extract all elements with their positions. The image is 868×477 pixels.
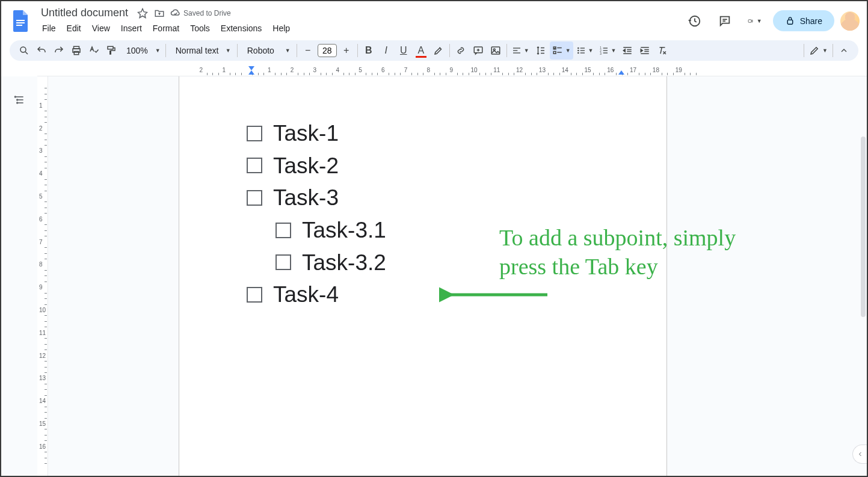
share-label: Share — [800, 16, 822, 26]
docs-logo[interactable] — [8, 9, 32, 33]
menu-edit[interactable]: Edit — [62, 21, 86, 35]
checklist-item-text[interactable]: Task-3 — [273, 182, 339, 214]
menu-help[interactable]: Help — [268, 21, 295, 35]
font-size-increase[interactable]: + — [338, 42, 355, 60]
cloud-status[interactable]: Saved to Drive — [170, 8, 231, 19]
outline-toggle-icon[interactable] — [10, 91, 28, 109]
spellcheck-button[interactable] — [85, 42, 102, 60]
separator — [506, 44, 507, 57]
paint-format-button[interactable] — [103, 42, 120, 60]
document-title[interactable]: Untitled document — [37, 6, 132, 20]
checklist-item-text[interactable]: Task-1 — [273, 117, 339, 150]
checkbox-icon[interactable] — [247, 126, 262, 141]
menu-extensions[interactable]: Extensions — [216, 21, 266, 35]
account-avatar[interactable] — [840, 11, 860, 31]
undo-button[interactable] — [33, 42, 50, 60]
font-size-decrease[interactable]: − — [300, 42, 316, 60]
svg-point-7 — [20, 47, 26, 52]
svg-point-30 — [577, 52, 579, 54]
left-indent-marker[interactable] — [248, 66, 255, 75]
separator — [804, 44, 804, 57]
star-icon[interactable] — [137, 7, 149, 19]
vertical-scrollbar[interactable] — [861, 137, 866, 317]
show-side-panel-button[interactable] — [852, 445, 867, 464]
saved-label: Saved to Drive — [183, 9, 231, 17]
collapse-toolbar-button[interactable] — [836, 42, 852, 60]
editing-mode-button[interactable]: ▼ — [807, 42, 830, 60]
svg-rect-31 — [580, 48, 584, 48]
checklist-item[interactable]: Task-4 — [247, 279, 606, 311]
highlight-button[interactable] — [430, 42, 447, 60]
checkbox-icon[interactable] — [247, 190, 262, 206]
svg-point-29 — [577, 50, 579, 52]
font-value: Roboto — [244, 46, 278, 55]
menu-view[interactable]: View — [87, 21, 115, 35]
svg-rect-32 — [580, 50, 584, 51]
italic-button[interactable]: I — [378, 42, 395, 60]
increase-indent-button[interactable] — [636, 42, 653, 60]
checklist-item-text[interactable]: Task-3.1 — [302, 214, 386, 247]
app-header: Untitled document Saved to Drive File Ed… — [1, 1, 867, 35]
font-size-input[interactable] — [318, 44, 337, 57]
font-dropdown[interactable]: Roboto▼ — [240, 42, 294, 60]
text-color-button[interactable]: A — [413, 42, 429, 60]
checklist-button[interactable]: ▼ — [550, 42, 573, 60]
zoom-value: 100% — [123, 46, 152, 55]
align-dropdown[interactable]: ▼ — [509, 42, 532, 60]
share-button[interactable]: Share — [773, 10, 834, 31]
svg-rect-6 — [787, 20, 793, 24]
search-icon[interactable] — [16, 42, 32, 60]
style-value: Normal text — [172, 46, 223, 55]
svg-text:3: 3 — [600, 52, 602, 55]
paragraph-style-dropdown[interactable]: Normal text▼ — [168, 42, 235, 60]
line-spacing-button[interactable] — [532, 42, 549, 60]
decrease-indent-button[interactable] — [619, 42, 636, 60]
insert-link-button[interactable] — [452, 42, 469, 60]
underline-button[interactable]: U — [395, 42, 412, 60]
zoom-dropdown[interactable]: 100%▼ — [120, 42, 163, 60]
numbered-list-button[interactable]: 123▼ — [597, 42, 619, 60]
history-icon[interactable] — [683, 9, 707, 33]
bulleted-list-button[interactable]: ▼ — [574, 42, 596, 60]
chevron-down-icon: ▼ — [565, 48, 571, 54]
chevron-down-icon: ▼ — [588, 48, 594, 54]
checklist-item-text[interactable]: Task-4 — [273, 279, 339, 311]
svg-point-51 — [15, 96, 16, 97]
menu-file[interactable]: File — [37, 21, 61, 35]
redo-button[interactable] — [51, 42, 67, 60]
checklist-item[interactable]: Task-3 — [247, 182, 606, 214]
menu-bar: File Edit View Insert Format Tools Exten… — [37, 20, 678, 35]
comments-icon[interactable] — [713, 9, 737, 33]
bold-button[interactable]: B — [360, 42, 377, 60]
checklist-item[interactable]: Task-2 — [247, 150, 606, 182]
vertical-ruler[interactable]: 12345678910111213141516 — [37, 76, 48, 476]
checklist-item[interactable]: Task-3.1 — [247, 214, 606, 247]
separator — [449, 44, 450, 57]
print-button[interactable] — [68, 42, 85, 60]
chevron-down-icon: ▼ — [524, 48, 529, 54]
checklist-item-text[interactable]: Task-3.2 — [302, 247, 386, 279]
checkbox-icon[interactable] — [275, 254, 291, 270]
checkbox-icon[interactable] — [247, 287, 262, 303]
checkbox-icon[interactable] — [247, 158, 262, 173]
checklist: Task-1Task-2Task-3Task-3.1Task-3.2Task-4 — [247, 117, 606, 311]
separator — [237, 44, 238, 57]
menu-insert[interactable]: Insert — [116, 21, 147, 35]
checkbox-icon[interactable] — [275, 223, 291, 238]
svg-rect-26 — [553, 52, 556, 54]
insert-comment-button[interactable] — [470, 42, 487, 60]
document-page[interactable]: Task-1Task-2Task-3Task-3.1Task-3.2Task-4 — [179, 76, 666, 476]
checklist-item-text[interactable]: Task-2 — [273, 150, 339, 182]
separator — [165, 44, 166, 57]
checklist-item[interactable]: Task-3.2 — [247, 247, 606, 279]
menu-tools[interactable]: Tools — [185, 21, 215, 35]
menu-format[interactable]: Format — [148, 21, 184, 35]
move-icon[interactable] — [153, 7, 165, 19]
clear-formatting-button[interactable] — [654, 42, 671, 60]
insert-image-button[interactable] — [487, 42, 504, 60]
separator — [297, 44, 297, 57]
checklist-item[interactable]: Task-1 — [247, 117, 606, 150]
horizontal-ruler[interactable]: 2112345678910111213141516171819 — [37, 66, 867, 76]
right-indent-marker[interactable] — [618, 66, 625, 75]
meet-button[interactable]: ▼ — [743, 9, 767, 33]
